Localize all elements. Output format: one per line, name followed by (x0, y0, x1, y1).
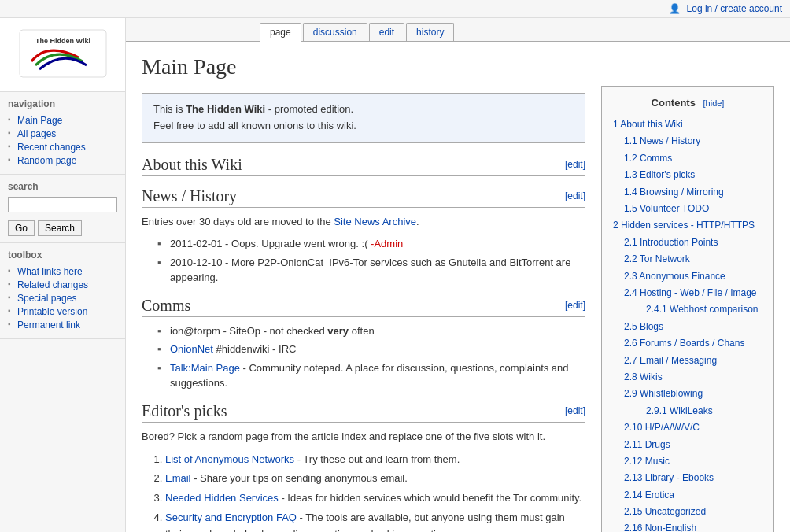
onionnet-link[interactable]: OnionNet (170, 343, 213, 355)
toc-link-2-8[interactable]: 2.8 Wikis (624, 371, 663, 382)
editors-intro: Bored? Pick a random page from the artic… (142, 429, 585, 445)
nav-item-recent-changes[interactable]: Recent changes (8, 141, 117, 153)
toc-link-2-4-1[interactable]: 2.4.1 Webhost comparison (646, 304, 759, 315)
toc-hide-link[interactable]: [hide] (703, 98, 725, 108)
email-link[interactable]: Email (165, 472, 191, 484)
comms-item-2: OnionNet #hiddenwiki - IRC (157, 342, 585, 357)
anon-networks-link[interactable]: List of Anonymous Networks (165, 453, 294, 465)
toc-link-1-5[interactable]: 1.5 Volunteer TODO (624, 203, 709, 214)
editors-item-2: Email - Share your tips on sending anony… (165, 471, 585, 487)
navigation-list: Main Page All pages Recent changes Rando… (8, 114, 117, 166)
toolbox-heading: toolbox (8, 249, 117, 260)
user-icon: 👤 (669, 3, 681, 14)
infobox-line1-suffix: - promoted edition. (265, 103, 353, 115)
toc-link-2-7[interactable]: 2.7 Email / Messaging (624, 355, 717, 366)
toc-link-2-4[interactable]: 2.4 Hosting - Web / File / Image (624, 287, 757, 298)
toolbox-list: What links here Related changes Special … (8, 265, 117, 331)
toc-link-2-5[interactable]: 2.5 Blogs (624, 321, 663, 332)
search-button[interactable]: Search (38, 220, 82, 236)
comms-item-1: ion@torpm - SiteOp - not checked very of… (157, 323, 585, 339)
tab-history[interactable]: history (406, 23, 454, 41)
toolbox-item-related-changes[interactable]: Related changes (8, 279, 117, 290)
toc-link-2-9-1[interactable]: 2.9.1 WikiLeaks (646, 405, 713, 416)
toc-link-2-9[interactable]: 2.9 Whistleblowing (624, 388, 703, 399)
toc-link-1-1[interactable]: 1.1 News / History (624, 135, 700, 146)
toc-link-2-13[interactable]: 2.13 Library - Ebooks (624, 472, 714, 483)
editors-item-1: List of Anonymous Networks - Try these o… (165, 452, 585, 468)
toc-title: Contents [hide] (613, 94, 762, 112)
navigation-section: navigation Main Page All pages Recent ch… (0, 92, 125, 175)
nav-item-random-page[interactable]: Random page (8, 154, 117, 166)
main-wrap: page discussion edit history Main Page T… (126, 18, 790, 532)
toc-link-2-3[interactable]: 2.3 Anonymous Finance (624, 271, 725, 282)
toc-link-1[interactable]: 1 About this Wiki (613, 119, 683, 130)
toc-sub2-2-9: 2.9.1 WikiLeaks (624, 403, 762, 419)
tabs-bar: page discussion edit history (126, 18, 790, 42)
search-input[interactable] (8, 197, 117, 212)
editors-edit-link[interactable]: [edit] (565, 405, 585, 416)
toc-link-2-10[interactable]: 2.10 H/P/A/W/V/C (624, 422, 700, 433)
toolbox-item-permanent[interactable]: Permanent link (8, 319, 117, 331)
news-item-2: 2010-12-10 - More P2P-OnionCat_IPv6-Tor … (157, 255, 585, 286)
editors-section-heading: Editor's picks [edit] (142, 402, 585, 423)
toc-link-2-2[interactable]: 2.2 Tor Network (624, 253, 690, 264)
toc-link-2-15[interactable]: 2.15 Uncategorized (624, 506, 706, 517)
nav-item-all-pages[interactable]: All pages (8, 127, 117, 139)
editors-item-4: Security and Encryption FAQ - The tools … (165, 510, 585, 532)
toc-link-2[interactable]: 2 Hidden services - HTTP/HTTPS (613, 220, 755, 231)
nav-item-main-page[interactable]: Main Page (8, 114, 117, 126)
editors-heading: Editor's picks (142, 402, 227, 420)
toc-item-2: 2 Hidden services - HTTP/HTTPS 2.1 Intro… (613, 217, 762, 532)
toolbox-item-what-links[interactable]: What links here (8, 265, 117, 277)
toc-link-2-11[interactable]: 2.11 Drugs (624, 439, 670, 450)
search-section: search Go Search (0, 175, 125, 243)
logo-image: The Hidden Wiki (16, 26, 110, 81)
toc-link-2-6[interactable]: 2.6 Forums / Boards / Chans (624, 338, 744, 349)
news-item-1: 2011-02-01 - Oops. Upgrade went wrong. :… (157, 236, 585, 252)
content-area: Main Page This is The Hidden Wiki - prom… (126, 42, 790, 532)
infobox-line1-prefix: This is (153, 103, 186, 115)
admin-link[interactable]: -Admin (371, 238, 403, 249)
toc-sub-1: 1.1 News / History 1.2 Comms 1.3 Editor'… (613, 133, 762, 216)
comms-section-heading: Comms [edit] (142, 297, 585, 317)
comms-list: ion@torpm - SiteOp - not checked very of… (157, 323, 585, 391)
tab-discussion[interactable]: discussion (303, 23, 367, 41)
go-button[interactable]: Go (8, 220, 35, 236)
toolbox-item-printable[interactable]: Printable version (8, 305, 117, 317)
login-link[interactable]: Log in / create account (687, 3, 782, 14)
comms-edit-link[interactable]: [edit] (565, 300, 585, 311)
toolbox-item-special-pages[interactable]: Special pages (8, 292, 117, 304)
news-section-heading: News / History [edit] (142, 187, 585, 208)
news-edit-link[interactable]: [edit] (565, 190, 585, 201)
about-edit-link[interactable]: [edit] (565, 159, 585, 170)
news-heading: News / History (142, 187, 237, 205)
toc-link-1-2[interactable]: 1.2 Comms (624, 153, 672, 164)
sidebar: The Hidden Wiki navigation Main Page All… (0, 18, 126, 532)
comms-heading: Comms (142, 297, 190, 315)
talk-main-page-link[interactable]: Talk:Main Page (170, 362, 240, 374)
security-faq-link[interactable]: Security and Encryption FAQ (165, 512, 297, 523)
site-news-archive-link[interactable]: Site News Archive (334, 216, 416, 227)
needed-services-link[interactable]: Needed Hidden Services (165, 492, 279, 504)
toc-item-1: 1 About this Wiki 1.1 News / History 1.2… (613, 116, 762, 216)
toc-link-2-16[interactable]: 2.16 Non-English (624, 523, 696, 532)
logo-area: The Hidden Wiki (0, 18, 125, 92)
comms-item-3: Talk:Main Page - Community notepad. A pl… (157, 360, 585, 391)
svg-text:The Hidden Wiki: The Hidden Wiki (35, 37, 90, 45)
tab-page[interactable]: page (260, 23, 301, 42)
toc-link-2-12[interactable]: 2.12 Music (624, 456, 670, 467)
toc-list: 1 About this Wiki 1.1 News / History 1.2… (613, 116, 762, 532)
toc-link-2-14[interactable]: 2.14 Erotica (624, 490, 674, 501)
search-heading: search (8, 181, 117, 192)
tab-edit[interactable]: edit (369, 23, 404, 41)
toc-link-1-4[interactable]: 1.4 Browsing / Mirroring (624, 187, 724, 198)
news-list: 2011-02-01 - Oops. Upgrade went wrong. :… (157, 236, 585, 286)
toc-link-2-1[interactable]: 2.1 Introduction Points (624, 237, 718, 248)
navigation-heading: navigation (8, 98, 117, 109)
info-box: This is The Hidden Wiki - promoted editi… (142, 93, 585, 143)
article: Main Page This is The Hidden Wiki - prom… (142, 54, 585, 532)
toc-link-1-3[interactable]: 1.3 Editor's picks (624, 169, 695, 180)
layout: The Hidden Wiki navigation Main Page All… (0, 18, 790, 532)
page-title: Main Page (142, 54, 585, 83)
news-intro: Entries over 30 days old are moved to th… (142, 214, 585, 231)
